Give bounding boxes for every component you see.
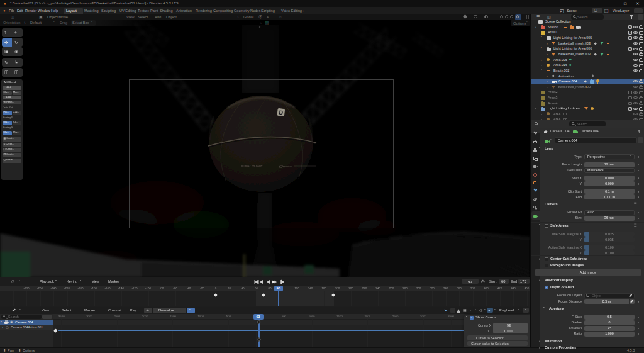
- svg-text:Winner on court.: Winner on court.: [241, 165, 264, 168]
- svg-text:hampion: hampion: [282, 165, 292, 168]
